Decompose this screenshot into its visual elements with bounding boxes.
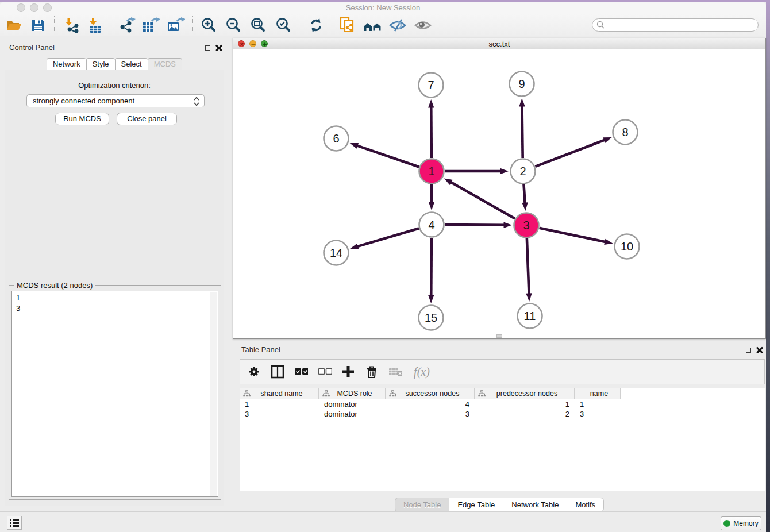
result-scrollbar[interactable]	[210, 292, 217, 496]
cell[interactable]: 1	[475, 399, 575, 409]
edge-4-14[interactable]	[357, 229, 419, 247]
float-panel-icon[interactable]	[205, 45, 210, 51]
column-header-shared-name[interactable]: shared name	[240, 388, 319, 399]
node-label-14: 14	[330, 246, 342, 259]
edge-arrow-2-8	[603, 137, 611, 143]
mcds-result-title: MCDS result (2 nodes)	[14, 281, 95, 290]
cell[interactable]: 4	[386, 399, 475, 409]
table-header-row: shared nameMCDS rolesuccessor nodesprede…	[240, 388, 621, 399]
export-image-icon[interactable]	[167, 16, 185, 34]
import-table-icon[interactable]	[86, 16, 105, 34]
table-tab-edge-table[interactable]: Edge Table	[449, 498, 503, 512]
save-session-icon[interactable]	[29, 16, 47, 34]
cell[interactable]: 1	[240, 399, 319, 409]
edge-2-3[interactable]	[523, 184, 525, 204]
run-mcds-button[interactable]: Run MCDS	[55, 113, 109, 125]
column-header-successor-nodes[interactable]: successor nodes	[386, 388, 475, 399]
mcds-result-text: 1 3	[16, 293, 20, 313]
memory-button[interactable]: Memory	[721, 516, 761, 530]
toolbar-separator	[301, 16, 301, 33]
column-header-MCDS-role[interactable]: MCDS role	[319, 388, 386, 399]
network-view-window: scc.txt 7968124314101511	[233, 38, 766, 339]
node-label-7: 7	[428, 79, 434, 91]
memory-status-dot	[723, 520, 730, 527]
zoom-fit-icon[interactable]	[249, 16, 267, 34]
add-column-icon[interactable]	[341, 365, 355, 379]
control-panel-title: Control Panel	[9, 43, 55, 52]
edge-2-8[interactable]	[535, 140, 605, 166]
show-columns-icon[interactable]	[271, 365, 284, 379]
hide-selected-icon[interactable]	[388, 16, 406, 34]
edge-arrow-1-4	[429, 202, 434, 211]
clone-network-icon[interactable]	[338, 16, 357, 34]
edge-3-1[interactable]	[451, 182, 515, 219]
main-titlebar: Session: New Session	[0, 2, 766, 14]
edge-4-3[interactable]	[445, 225, 505, 225]
edge-3-11[interactable]	[527, 238, 529, 295]
search-input[interactable]	[592, 18, 759, 32]
import-network-icon[interactable]	[63, 16, 81, 34]
canvas-scroll-thumb[interactable]	[496, 334, 502, 338]
table-tab-network-table[interactable]: Network Table	[503, 498, 567, 512]
close-table-panel-icon[interactable]	[756, 346, 764, 354]
mcds-result-group: MCDS result (2 nodes) 1 3	[9, 285, 221, 500]
first-neighbors-icon[interactable]	[363, 16, 381, 34]
control-tab-mcds[interactable]: MCDS	[148, 58, 182, 70]
cell[interactable]: 3	[575, 409, 621, 419]
delete-table-icon[interactable]	[388, 365, 402, 379]
table-tab-node-table[interactable]: Node Table	[395, 498, 449, 512]
open-file-icon[interactable]	[5, 16, 23, 34]
control-tab-style[interactable]: Style	[86, 58, 115, 70]
window-title: Session: New Session	[0, 3, 766, 12]
control-tab-network[interactable]: Network	[47, 58, 86, 70]
edge-arrow-4-14	[350, 244, 359, 249]
export-network-icon[interactable]	[118, 16, 136, 34]
mcds-panel: Optimization criterion: strongly connect…	[5, 70, 224, 506]
close-panel-icon[interactable]	[215, 44, 223, 52]
cell[interactable]: dominator	[319, 409, 386, 419]
delete-column-icon[interactable]	[365, 365, 379, 379]
node-label-3: 3	[523, 219, 529, 232]
table-row[interactable]: 1dominator411	[240, 399, 765, 409]
cell[interactable]: 3	[240, 409, 319, 419]
show-all-icon[interactable]	[413, 16, 432, 34]
criterion-value: strongly connected component	[33, 97, 134, 105]
hierarchy-icon	[243, 390, 251, 397]
hierarchy-icon	[478, 390, 486, 397]
criterion-dropdown[interactable]: strongly connected component	[26, 94, 205, 107]
main-toolbar	[0, 14, 766, 36]
table-tab-motifs[interactable]: Motifs	[567, 498, 604, 512]
network-canvas[interactable]: 7968124314101511	[233, 50, 765, 338]
zoom-in-icon[interactable]	[199, 16, 218, 34]
node-label-11: 11	[524, 310, 536, 322]
zoom-selected-icon[interactable]	[274, 16, 292, 34]
node-label-8: 8	[622, 126, 628, 138]
column-header-name[interactable]: name	[575, 388, 621, 399]
settings-gear-icon[interactable]	[247, 365, 261, 379]
edge-1-6[interactable]	[356, 145, 419, 167]
node-label-6: 6	[333, 132, 339, 145]
float-table-panel-icon[interactable]	[746, 348, 751, 353]
edge-3-10[interactable]	[540, 228, 606, 242]
cell[interactable]: 2	[475, 409, 575, 419]
select-all-icon[interactable]	[294, 365, 308, 379]
edge-1-7[interactable]	[431, 106, 432, 158]
node-table: shared nameMCDS rolesuccessor nodesprede…	[240, 388, 765, 491]
function-builder-icon[interactable]: f(x)	[412, 365, 432, 379]
mcds-result-area[interactable]: 1 3	[11, 291, 218, 497]
refresh-icon[interactable]	[307, 16, 325, 34]
table-row[interactable]: 3dominator323	[240, 409, 765, 419]
task-history-button[interactable]	[7, 516, 22, 530]
zoom-out-icon[interactable]	[224, 16, 242, 34]
node-label-2: 2	[519, 165, 526, 178]
column-header-predecessor-nodes[interactable]: predecessor nodes	[475, 388, 575, 399]
edge-2-9[interactable]	[522, 105, 522, 158]
export-table-icon[interactable]	[141, 16, 160, 34]
close-panel-button[interactable]: Close panel	[117, 113, 177, 125]
cell[interactable]: 1	[575, 399, 621, 409]
control-tab-select[interactable]: Select	[115, 58, 148, 70]
edge-4-15[interactable]	[431, 238, 432, 296]
deselect-all-icon[interactable]	[318, 365, 332, 379]
cell[interactable]: 3	[386, 409, 475, 419]
cell[interactable]: dominator	[319, 399, 386, 409]
